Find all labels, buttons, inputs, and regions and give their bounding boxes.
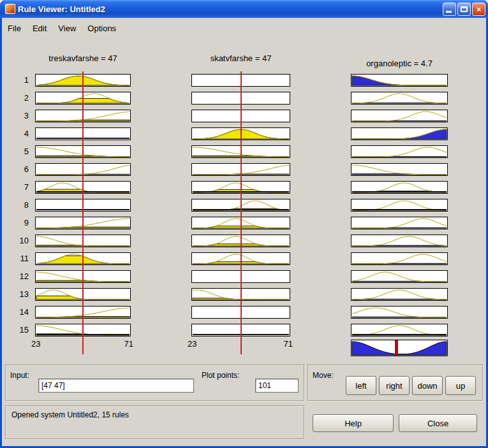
plot-points-field[interactable] xyxy=(255,379,299,393)
column-title: skatvfarshe = 47 xyxy=(191,54,290,63)
rule-number[interactable]: 8 xyxy=(11,200,29,210)
mf-plot-cell xyxy=(351,270,448,283)
rule-number[interactable]: 15 xyxy=(11,325,29,335)
mf-plot-cell xyxy=(351,252,448,265)
mf-plot-cell xyxy=(351,235,448,247)
title-bar[interactable]: Rule Viewer: Untitled2 × xyxy=(0,0,488,18)
mf-plot-cell xyxy=(351,199,448,212)
mf-plot-cell xyxy=(351,145,448,158)
axis-min-label: 23 xyxy=(31,339,52,349)
rule-number[interactable]: 11 xyxy=(11,254,29,263)
move-left-button[interactable]: left xyxy=(346,376,376,395)
axis-min-label: 23 xyxy=(188,339,208,349)
defuzzified-value-marker xyxy=(395,340,398,356)
rule-number[interactable]: 10 xyxy=(11,236,29,245)
help-button[interactable]: Help xyxy=(313,414,394,432)
axis-max-label: 71 xyxy=(113,339,133,349)
window-title: Rule Viewer: Untitled2 xyxy=(18,4,443,14)
move-label: Move: xyxy=(313,371,334,380)
rule-number[interactable]: 1 xyxy=(11,75,29,85)
move-right-button[interactable]: right xyxy=(379,376,410,395)
status-message: Opened system Untitled2, 15 rules xyxy=(11,410,129,419)
close-button[interactable]: Close xyxy=(399,414,477,432)
rule-number[interactable]: 4 xyxy=(11,129,29,138)
maximize-icon xyxy=(461,6,468,12)
mf-plot-cell xyxy=(351,74,448,87)
mf-plot-cell xyxy=(351,181,448,194)
move-panel: Move: leftrightdownup xyxy=(307,365,484,401)
mf-plot-cell xyxy=(351,127,448,140)
minimize-icon xyxy=(446,11,452,13)
aggregate-output-plot xyxy=(351,340,448,356)
mf-plot-cell xyxy=(351,324,448,336)
mf-plot-cell xyxy=(351,288,448,301)
rule-number[interactable]: 6 xyxy=(11,164,29,174)
plot-area: treskavfarshe = 47skatvfarshe = 47organo… xyxy=(2,18,486,362)
mf-plot-cell xyxy=(351,92,448,105)
app-icon xyxy=(5,4,15,14)
titlebar-close-button[interactable]: × xyxy=(472,3,485,16)
column-title: organoleptic = 4.7 xyxy=(351,59,448,68)
action-area: Help Close xyxy=(307,405,484,440)
rule-number[interactable]: 5 xyxy=(11,147,29,156)
rule-viewer-window: Rule Viewer: Untitled2 × FileEditViewOpt… xyxy=(0,0,488,448)
mf-plot-cell xyxy=(351,110,448,122)
input-value-line[interactable] xyxy=(240,71,242,354)
status-panel: Opened system Untitled2, 15 rules xyxy=(5,405,305,440)
input-panel: Input: Plot points: xyxy=(5,365,305,401)
input-value-line[interactable] xyxy=(82,71,84,354)
move-down-button[interactable]: down xyxy=(412,376,443,395)
maximize-button[interactable] xyxy=(457,3,471,16)
minimize-button[interactable] xyxy=(443,3,456,16)
titlebar-buttons: × xyxy=(443,3,485,16)
rule-number[interactable]: 9 xyxy=(11,218,29,228)
client-area: FileEditViewOptions treskavfarshe = 47sk… xyxy=(2,18,486,446)
rule-number[interactable]: 2 xyxy=(11,93,29,103)
rule-number[interactable]: 14 xyxy=(11,307,29,317)
rule-number[interactable]: 12 xyxy=(11,271,29,281)
axis-max-label: 71 xyxy=(272,339,293,349)
mf-plot-cell xyxy=(351,217,448,229)
rule-number[interactable]: 7 xyxy=(11,182,29,192)
rule-number[interactable]: 3 xyxy=(11,111,29,120)
input-field[interactable] xyxy=(38,379,194,393)
input-label: Input: xyxy=(10,371,29,380)
column-title: treskavfarshe = 47 xyxy=(35,54,131,63)
mf-plot-cell xyxy=(351,163,448,176)
mf-plot-cell xyxy=(351,306,448,319)
rule-number[interactable]: 13 xyxy=(11,289,29,299)
move-up-button[interactable]: up xyxy=(445,376,476,395)
plot-points-label: Plot points: xyxy=(202,371,239,380)
